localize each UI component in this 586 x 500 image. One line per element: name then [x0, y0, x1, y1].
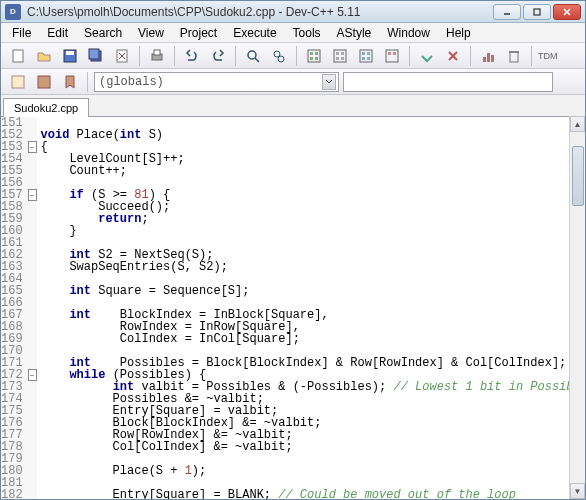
menu-window[interactable]: Window: [380, 24, 437, 42]
scope-combo-value: (globals): [99, 75, 164, 89]
new-class-button[interactable]: [7, 71, 29, 93]
code-line[interactable]: Count++;: [41, 165, 585, 177]
code-line[interactable]: Entry[Square] = BLANK; // Could be moved…: [41, 489, 585, 500]
code-line[interactable]: Place(S + 1);: [41, 465, 585, 477]
svg-rect-23: [334, 50, 346, 62]
scroll-down-button[interactable]: ▼: [570, 483, 585, 499]
print-button[interactable]: [146, 45, 168, 67]
minimize-button[interactable]: [493, 4, 521, 20]
svg-rect-31: [362, 57, 365, 60]
bookmark-button[interactable]: [59, 71, 81, 93]
debug-button[interactable]: [416, 45, 438, 67]
svg-rect-25: [341, 52, 344, 55]
scroll-thumb[interactable]: [572, 146, 584, 206]
svg-rect-18: [308, 50, 320, 62]
fold-gutter[interactable]: −−−: [28, 117, 37, 500]
maximize-button[interactable]: [523, 4, 551, 20]
svg-rect-8: [89, 49, 99, 59]
svg-rect-28: [360, 50, 372, 62]
svg-rect-33: [386, 50, 398, 62]
rebuild-button[interactable]: [381, 45, 403, 67]
compile-button[interactable]: [303, 45, 325, 67]
close-file-button[interactable]: [111, 45, 133, 67]
compile-run-button[interactable]: [355, 45, 377, 67]
svg-rect-34: [388, 52, 391, 55]
run-button[interactable]: [329, 45, 351, 67]
replace-button[interactable]: [268, 45, 290, 67]
app-icon: D: [5, 4, 21, 20]
window-title: C:\Users\pmolh\Documents\CPP\Sudoku2.cpp…: [27, 5, 493, 19]
code-line[interactable]: Col[ColIndex] &= ~valbit;: [41, 441, 585, 453]
code-line[interactable]: ColIndex = InCol[Square];: [41, 333, 585, 345]
svg-rect-6: [66, 51, 74, 55]
code-line[interactable]: int Square = Sequence[S];: [41, 285, 585, 297]
tab-sudoku2[interactable]: Sudoku2.cpp: [3, 98, 89, 117]
menu-help[interactable]: Help: [439, 24, 478, 42]
scope-combo[interactable]: (globals): [94, 72, 339, 92]
save-all-button[interactable]: [85, 45, 107, 67]
member-combo[interactable]: [343, 72, 553, 92]
toolbar-classes: (globals): [1, 69, 585, 95]
svg-rect-20: [315, 52, 318, 55]
menu-project[interactable]: Project: [173, 24, 224, 42]
dropdown-arrow-icon[interactable]: [322, 74, 336, 90]
tab-label: Sudoku2.cpp: [14, 102, 78, 114]
find-button[interactable]: [242, 45, 264, 67]
redo-button[interactable]: [207, 45, 229, 67]
svg-rect-26: [336, 57, 339, 60]
save-button[interactable]: [59, 45, 81, 67]
titlebar[interactable]: D C:\Users\pmolh\Documents\CPP\Sudoku2.c…: [1, 1, 585, 23]
menu-file[interactable]: File: [5, 24, 38, 42]
svg-line-15: [255, 58, 259, 62]
profile-button[interactable]: [477, 45, 499, 67]
code-line[interactable]: return;: [41, 213, 585, 225]
menu-tools[interactable]: Tools: [286, 24, 328, 42]
svg-rect-44: [38, 76, 50, 88]
svg-rect-24: [336, 52, 339, 55]
fold-toggle[interactable]: −: [28, 141, 37, 153]
svg-rect-13: [154, 50, 160, 55]
fold-toggle[interactable]: −: [28, 189, 37, 201]
fold-toggle[interactable]: −: [28, 369, 37, 381]
svg-rect-40: [491, 55, 494, 62]
close-button[interactable]: [553, 4, 581, 20]
svg-rect-22: [315, 57, 318, 60]
open-file-button[interactable]: [33, 45, 55, 67]
menu-view[interactable]: View: [131, 24, 171, 42]
svg-rect-39: [487, 53, 490, 62]
toolbar-main: TDM: [1, 43, 585, 69]
svg-rect-41: [510, 52, 518, 62]
delete-profile-button[interactable]: [503, 45, 525, 67]
svg-rect-19: [310, 52, 313, 55]
menu-search[interactable]: Search: [77, 24, 129, 42]
scroll-up-button[interactable]: ▲: [570, 116, 585, 132]
insert-button[interactable]: [33, 71, 55, 93]
svg-point-17: [278, 56, 284, 62]
svg-rect-43: [12, 76, 24, 88]
svg-rect-21: [310, 57, 313, 60]
code-line[interactable]: SwapSeqEntries(S, S2);: [41, 261, 585, 273]
svg-rect-1: [534, 9, 540, 15]
code-editor[interactable]: 1511521531541551561571581591601611621631…: [1, 117, 585, 500]
menu-edit[interactable]: Edit: [40, 24, 75, 42]
svg-rect-27: [341, 57, 344, 60]
svg-point-14: [248, 51, 256, 59]
code-line[interactable]: }: [41, 225, 585, 237]
svg-rect-32: [367, 57, 370, 60]
tdm-label: TDM: [538, 52, 558, 60]
svg-rect-29: [362, 52, 365, 55]
tabbar: Sudoku2.cpp: [1, 95, 585, 117]
undo-button[interactable]: [181, 45, 203, 67]
svg-rect-38: [483, 57, 486, 62]
code-line[interactable]: void Place(int S): [41, 129, 585, 141]
menu-execute[interactable]: Execute: [226, 24, 283, 42]
new-file-button[interactable]: [7, 45, 29, 67]
vertical-scrollbar[interactable]: ▲ ▼: [569, 116, 585, 499]
svg-rect-4: [13, 50, 23, 62]
stop-button[interactable]: [442, 45, 464, 67]
code-area[interactable]: void Place(int S){ LevelCount[S]++; Coun…: [37, 117, 585, 500]
menubar: FileEditSearchViewProjectExecuteToolsASt…: [1, 23, 585, 43]
menu-astyle[interactable]: AStyle: [330, 24, 379, 42]
svg-rect-35: [393, 52, 396, 55]
svg-rect-30: [367, 52, 370, 55]
